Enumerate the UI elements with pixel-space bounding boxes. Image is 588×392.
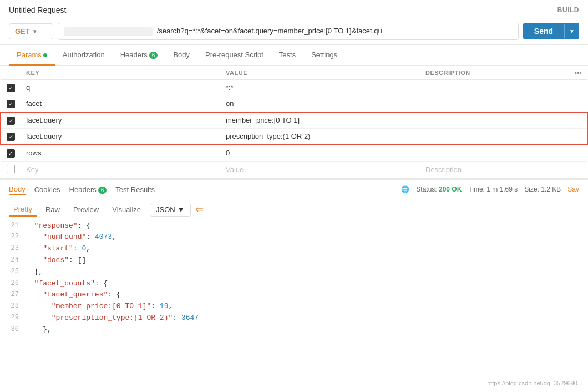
resp-headers-badge: 6 — [98, 187, 107, 194]
checkbox-q[interactable]: ✓ — [7, 84, 15, 92]
checkbox-fq2[interactable]: ✓ — [7, 133, 15, 141]
code-area[interactable]: 21 "response": {22 "numFound": 4073,23 "… — [0, 220, 588, 343]
placeholder-key[interactable]: Key — [21, 161, 220, 178]
code-line: 23 "start": 0, — [6, 243, 588, 255]
tab-params[interactable]: Params — [9, 45, 55, 66]
method-label: GET — [15, 27, 30, 36]
code-token-key: "docs" — [43, 256, 69, 264]
line-content: }, — [26, 324, 588, 336]
col-value-header: VALUE — [220, 66, 420, 80]
method-select[interactable]: GET ▼ — [9, 23, 53, 39]
code-token-brace: : { — [78, 222, 90, 230]
code-token-brace: , — [112, 233, 116, 241]
desc-rows[interactable] — [420, 145, 567, 162]
value-rows[interactable]: 0 — [220, 145, 420, 162]
fmt-tab-preview[interactable]: Preview — [69, 203, 103, 216]
send-button[interactable]: Send ▼ — [523, 23, 579, 39]
code-line: 29 "prescription_type:(1 OR 2)": 3647 — [6, 313, 588, 324]
code-token-brace — [26, 222, 34, 230]
request-title: Untitled Request — [9, 6, 67, 14]
line-number: 28 — [6, 301, 26, 313]
tab-body[interactable]: Body — [165, 45, 197, 66]
tab-settings[interactable]: Settings — [303, 45, 345, 66]
line-number: 26 — [6, 278, 26, 290]
time-label: Time: 1 m 1.69 s — [468, 185, 518, 193]
tab-tests[interactable]: Tests — [271, 45, 303, 66]
row-check-rows[interactable]: ✓ — [1, 145, 21, 162]
row-check-facet[interactable]: ✓ — [1, 96, 21, 112]
key-q[interactable]: q — [21, 79, 220, 96]
build-label: BUILD — [557, 6, 579, 14]
placeholder-value[interactable]: Value — [220, 161, 420, 178]
col-check — [1, 66, 21, 80]
checkbox-placeholder[interactable] — [7, 165, 15, 173]
fmt-tab-visualize[interactable]: Visualize — [108, 203, 145, 216]
key-facet[interactable]: facet — [21, 96, 220, 112]
resp-tab-cookies[interactable]: Cookies — [34, 184, 60, 195]
line-number: 27 — [6, 289, 26, 301]
tab-prerequest[interactable]: Pre-request Script — [197, 45, 271, 66]
fmt-tab-raw[interactable]: Raw — [41, 203, 64, 216]
resp-tab-testresults[interactable]: Test Results — [115, 184, 155, 195]
code-token-brace — [26, 256, 43, 264]
watermark: https://blog.csdn.net/qq_3529690... — [487, 380, 582, 386]
row-check-q[interactable]: ✓ — [1, 79, 21, 96]
col-desc-header: DESCRIPTION — [420, 66, 567, 80]
desc-fq1[interactable] — [420, 112, 567, 129]
checkbox-rows[interactable]: ✓ — [7, 149, 15, 158]
desc-facet[interactable] — [420, 96, 567, 112]
wrap-icon[interactable]: ⇐ — [195, 203, 204, 215]
code-line: 30 }, — [6, 324, 588, 336]
resp-tab-body[interactable]: Body — [9, 184, 26, 195]
format-select[interactable]: JSON ▼ — [150, 203, 191, 217]
row-check-fq2[interactable]: ✓ — [1, 128, 21, 145]
code-token-brace — [26, 233, 43, 241]
tab-authorization[interactable]: Authorization — [55, 45, 113, 66]
desc-fq2[interactable] — [420, 128, 567, 145]
code-line: 22 "numFound": 4073, — [6, 232, 588, 243]
desc-q[interactable] — [420, 79, 567, 96]
more-facet — [567, 96, 587, 112]
line-content: "facet_queries": { — [26, 289, 588, 301]
line-content: "start": 0, — [26, 243, 588, 255]
globe-icon: 🌐 — [401, 185, 409, 193]
url-bar: GET ▼ /search?q=*:*&facet=on&facet.query… — [0, 18, 588, 45]
value-q[interactable]: *:* — [220, 79, 420, 96]
col-key-header: KEY — [21, 66, 220, 80]
key-fq1[interactable]: facet.query — [21, 112, 220, 129]
col-more-header: ••• — [567, 66, 587, 80]
tab-headers[interactable]: Headers6 — [113, 45, 166, 66]
checkbox-facet[interactable]: ✓ — [7, 100, 15, 108]
send-dropdown-icon[interactable]: ▼ — [564, 24, 579, 38]
save-link[interactable]: Sav — [567, 185, 579, 193]
line-number: 22 — [6, 232, 26, 243]
placeholder-desc[interactable]: Description — [420, 161, 567, 178]
fmt-tab-pretty[interactable]: Pretty — [9, 203, 37, 217]
code-token-brace: : — [173, 314, 181, 322]
params-dot — [43, 53, 47, 57]
line-content: "member_price:[0 TO 1]": 19, — [26, 301, 588, 313]
code-token-brace — [26, 314, 52, 322]
url-input[interactable]: /search?q=*:*&facet=on&facet.query=membe… — [58, 23, 519, 40]
code-token-brace: }, — [26, 268, 43, 276]
placeholder-more — [567, 161, 587, 178]
placeholder-check — [1, 161, 21, 178]
request-tabs: Params Authorization Headers6 Body Pre-r… — [0, 45, 588, 66]
key-fq2[interactable]: facet.query — [21, 128, 220, 145]
value-fq1[interactable]: member_price:[0 TO 1] — [220, 112, 420, 129]
row-check-fq1[interactable]: ✓ — [1, 112, 21, 129]
table-row: ✓ facet on — [1, 96, 587, 112]
code-line: 26 "facet_counts": { — [6, 278, 588, 290]
resp-tab-headers[interactable]: Headers6 — [69, 184, 107, 195]
code-token-key: "response" — [34, 222, 78, 230]
line-number: 21 — [6, 220, 26, 232]
checkbox-fq1[interactable]: ✓ — [7, 117, 15, 125]
format-chevron-icon: ▼ — [178, 205, 185, 214]
url-suffix: /search?q=*:*&facet=on&facet.query=membe… — [157, 27, 382, 35]
value-facet[interactable]: on — [220, 96, 420, 112]
more-fq1 — [567, 112, 587, 129]
line-number: 24 — [6, 255, 26, 267]
code-token-key: "prescription_type:(1 OR 2)" — [52, 314, 173, 322]
value-fq2[interactable]: prescription_type:(1 OR 2) — [220, 128, 420, 145]
key-rows[interactable]: rows — [21, 145, 220, 162]
